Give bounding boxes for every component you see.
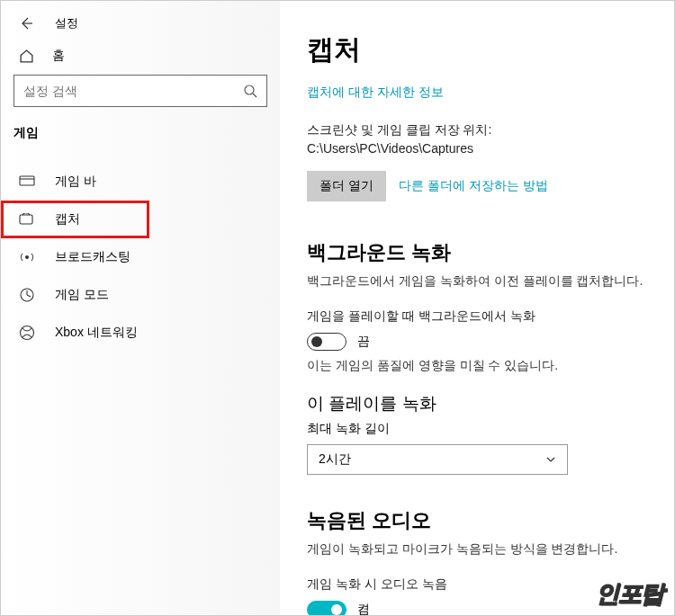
max-length-label: 최대 녹화 길이 — [307, 421, 647, 437]
svg-rect-3 — [20, 176, 34, 185]
bg-record-toggle[interactable] — [307, 333, 346, 351]
game-bar-icon — [19, 174, 35, 190]
xbox-icon — [19, 325, 35, 341]
page-title: 캡처 — [307, 31, 647, 68]
back-icon[interactable] — [19, 16, 33, 31]
record-this-heading: 이 플레이를 녹화 — [307, 392, 647, 415]
svg-point-6 — [25, 255, 29, 259]
nav-label: Xbox 네트워킹 — [55, 325, 138, 341]
search-input-wrap[interactable] — [14, 75, 267, 107]
nav-home[interactable]: 홈 — [1, 37, 280, 75]
open-folder-button[interactable]: 폴더 열기 — [307, 171, 386, 201]
search-icon — [243, 84, 257, 98]
nav-game-mode[interactable]: 게임 모드 — [1, 276, 280, 314]
bg-record-heading: 백그라운드 녹화 — [307, 239, 647, 266]
nav-label: 게임 모드 — [55, 287, 109, 303]
audio-desc: 게임이 녹화되고 마이크가 녹음되는 방식을 변경합니다. — [307, 540, 647, 558]
watermark: 인포탑 — [596, 578, 663, 610]
nav-home-label: 홈 — [52, 48, 65, 64]
captures-info-link[interactable]: 캡처에 대한 자세한 정보 — [307, 85, 647, 101]
max-length-select[interactable]: 2시간 — [307, 444, 568, 475]
settings-title: 설정 — [55, 15, 78, 31]
svg-line-9 — [27, 295, 31, 297]
nav-xbox-networking[interactable]: Xbox 네트워킹 — [1, 314, 280, 352]
bg-record-desc: 백그라운드에서 게임을 녹화하여 이전 플레이를 캡처합니다. — [307, 272, 647, 290]
svg-rect-5 — [20, 215, 32, 224]
bg-record-hint: 이는 게임의 품질에 영향을 미칠 수 있습니다. — [307, 358, 647, 374]
audio-toggle-state: 켬 — [357, 602, 370, 615]
nav-game-bar[interactable]: 게임 바 — [1, 163, 280, 201]
max-length-value: 2시간 — [319, 451, 351, 468]
capture-icon — [19, 211, 35, 228]
broadcast-icon — [19, 249, 35, 265]
chevron-down-icon — [545, 454, 556, 465]
home-icon — [19, 49, 34, 64]
svg-line-2 — [253, 94, 256, 97]
bg-record-toggle-label: 게임을 플레이할 때 백그라운드에서 녹화 — [307, 307, 647, 326]
svg-point-1 — [245, 85, 254, 94]
search-input[interactable] — [23, 84, 243, 98]
category-heading: 게임 — [1, 116, 280, 148]
svg-point-10 — [21, 326, 34, 340]
audio-record-toggle[interactable] — [307, 601, 346, 615]
alt-folder-link[interactable]: 다른 폴더에 저장하는 방법 — [399, 178, 548, 194]
game-mode-icon — [19, 287, 35, 303]
nav-broadcasting[interactable]: 브로드캐스팅 — [1, 238, 280, 276]
nav-label: 브로드캐스팅 — [55, 249, 130, 265]
save-path-text: 스크린샷 및 게임 클립 저장 위치: C:\Users\PC\Videos\C… — [307, 121, 647, 158]
nav-label: 게임 바 — [55, 174, 96, 190]
audio-heading: 녹음된 오디오 — [307, 507, 647, 534]
bg-record-toggle-state: 끔 — [357, 334, 370, 350]
nav-capture[interactable]: 캡처 — [1, 201, 149, 238]
nav-label: 캡처 — [55, 211, 80, 228]
